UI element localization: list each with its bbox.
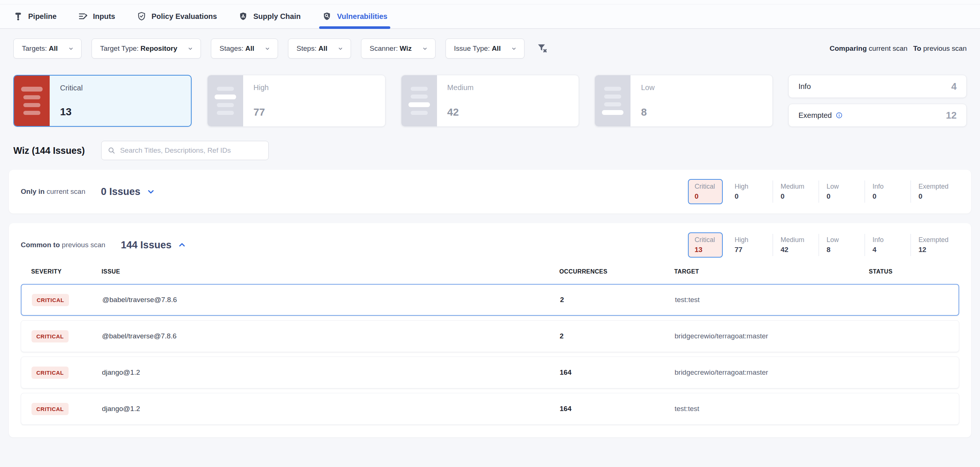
severity-card-low[interactable]: Low 8 — [595, 75, 773, 127]
chip-count: 4 — [872, 246, 910, 254]
clear-filters-icon[interactable] — [536, 42, 549, 55]
chevron-down-icon — [68, 46, 74, 51]
filter-stages[interactable]: Stages:All — [211, 38, 278, 59]
severity-card-high[interactable]: High 77 — [207, 75, 385, 127]
tab-label: Supply Chain — [253, 12, 301, 21]
chevron-down-icon — [422, 46, 428, 51]
filter-target-type[interactable]: Target Type:Repository — [92, 38, 201, 59]
filter-scanner[interactable]: Scanner:Wiz — [361, 38, 436, 59]
info-count: 4 — [951, 81, 957, 92]
severity-count: 13 — [60, 106, 180, 118]
table-row[interactable]: CRITICAL @babel/traverse@7.8.6 2 test:te… — [21, 284, 959, 316]
scanner-header-row: Wiz (144 Issues) — [0, 127, 980, 160]
chip-medium[interactable]: Medium 0 — [773, 180, 818, 203]
chip-info[interactable]: Info 0 — [865, 180, 910, 203]
severity-count: 8 — [641, 106, 762, 118]
severity-card-critical[interactable]: Critical 13 — [13, 75, 192, 127]
severity-card-medium[interactable]: Medium 42 — [401, 75, 579, 127]
filter-text: Issue Type:All — [454, 44, 501, 52]
tab-label: Inputs — [93, 12, 115, 21]
exempted-text: Exempted — [799, 111, 832, 120]
table-row[interactable]: CRITICAL @babel/traverse@7.8.6 2 bridgec… — [21, 320, 959, 352]
severity-count: 42 — [447, 106, 569, 118]
chip-label: Medium — [781, 236, 818, 244]
comparing-scope: current scan — [869, 44, 908, 52]
only-in-current-scan-section: Only in current scan 0 Issues Critical 0… — [9, 170, 971, 213]
chevron-down-icon — [338, 46, 343, 51]
chip-count: 42 — [781, 246, 818, 254]
tab-policy-evaluations[interactable]: Policy Evaluations — [137, 5, 217, 28]
section-scope: previous scan — [62, 241, 105, 249]
chip-count: 0 — [735, 192, 772, 200]
occurrences-cell: 2 — [560, 296, 675, 304]
chevron-up-icon[interactable] — [178, 241, 186, 249]
chip-count: 77 — [735, 246, 772, 254]
search-box — [101, 141, 269, 160]
filter-issue-type[interactable]: Issue Type:All — [445, 38, 525, 59]
info-circle-icon — [835, 111, 843, 119]
filter-targets[interactable]: Targets:All — [13, 38, 81, 59]
severity-label: Medium — [447, 83, 569, 92]
chip-label: Low — [827, 236, 864, 244]
issues-count: 0 Issues — [101, 186, 140, 197]
chip-count: 0 — [827, 192, 864, 200]
chip-label: Exempted — [918, 183, 956, 191]
section-title: Common to previous scan — [21, 241, 105, 249]
chip-high[interactable]: High 0 — [727, 180, 772, 203]
shield-check-icon — [137, 11, 146, 21]
tab-vulnerabilities[interactable]: Vulnerabilities — [322, 5, 387, 28]
tab-label: Pipeline — [28, 12, 57, 21]
chip-label: Info — [872, 236, 910, 244]
occurrences-cell: 164 — [560, 369, 675, 376]
common-to-previous-scan-section: Common to previous scan 144 Issues Criti… — [9, 223, 971, 437]
severity-label: High — [253, 83, 375, 92]
search-input[interactable] — [120, 146, 262, 154]
tab-pipeline[interactable]: Pipeline — [13, 5, 57, 28]
comparing-bold: To — [913, 44, 921, 52]
comparing-scope: previous scan — [923, 44, 967, 52]
issue-cell: django@1.2 — [102, 405, 560, 413]
chip-medium[interactable]: Medium 42 — [773, 233, 818, 257]
chip-label: Info — [872, 183, 910, 191]
chip-label: Critical — [695, 236, 722, 244]
chip-critical[interactable]: Critical 0 — [688, 179, 723, 204]
inputs-icon — [78, 11, 88, 21]
issues-count: 144 Issues — [121, 240, 172, 251]
tab-supply-chain[interactable]: Supply Chain — [238, 5, 301, 28]
comparing-text: Comparing current scan To previous scan — [829, 44, 967, 52]
search-icon — [108, 146, 116, 154]
filter-text: Targets:All — [22, 44, 58, 52]
chip-low[interactable]: Low 0 — [819, 180, 864, 203]
chip-exempted[interactable]: Exempted 0 — [911, 180, 956, 203]
chevron-down-icon[interactable] — [146, 187, 155, 196]
col-occurrences: OCCURRENCES — [559, 268, 674, 275]
vulnerabilities-page: Pipeline Inputs Policy Evaluations Suppl… — [0, 0, 980, 467]
chevron-down-icon — [511, 46, 517, 51]
chip-info[interactable]: Info 4 — [865, 233, 910, 257]
severity-badge: CRITICAL — [32, 367, 68, 379]
info-label: Info — [799, 82, 811, 91]
chip-high[interactable]: High 77 — [727, 233, 772, 257]
chip-label: High — [735, 236, 772, 244]
severity-badge: CRITICAL — [32, 294, 69, 306]
severity-badge: CRITICAL — [32, 403, 68, 415]
chip-count: 0 — [918, 192, 956, 200]
section-title: Only in current scan — [21, 187, 85, 196]
exempted-card[interactable]: Exempted 12 — [788, 104, 967, 127]
chip-count: 12 — [918, 246, 956, 254]
chip-count: 13 — [695, 246, 722, 254]
severity-bars-icon — [208, 75, 243, 126]
chip-exempted[interactable]: Exempted 12 — [911, 233, 956, 257]
severity-count: 77 — [253, 106, 375, 118]
filter-steps[interactable]: Steps:All — [288, 38, 351, 59]
table-row[interactable]: CRITICAL django@1.2 164 bridgecrewio/ter… — [21, 357, 959, 388]
info-card[interactable]: Info 4 — [788, 75, 967, 98]
table-row[interactable]: CRITICAL django@1.2 164 test:test — [21, 393, 959, 425]
target-cell: test:test — [675, 405, 869, 413]
chip-critical[interactable]: Critical 13 — [688, 232, 723, 257]
filter-text: Steps:All — [296, 44, 327, 52]
chip-label: Medium — [781, 183, 818, 191]
shield-network-icon — [238, 11, 248, 21]
chip-low[interactable]: Low 8 — [819, 233, 864, 257]
tab-inputs[interactable]: Inputs — [78, 5, 115, 28]
